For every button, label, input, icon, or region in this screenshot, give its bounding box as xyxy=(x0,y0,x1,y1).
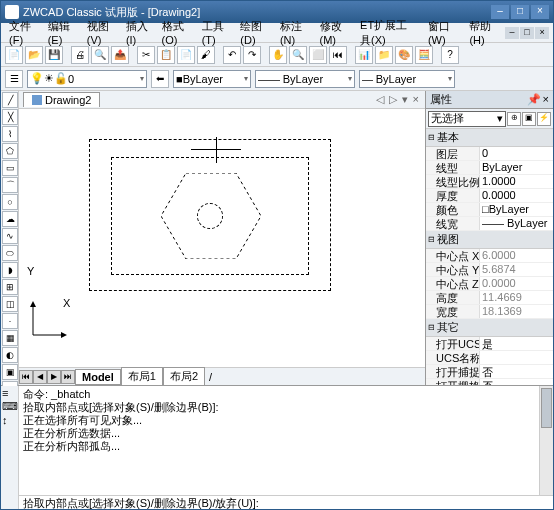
maximize-button[interactable]: □ xyxy=(511,5,529,19)
model-tabs: ⏮ ◀ ▶ ⏭ Model 布局1 布局2 / xyxy=(19,367,425,385)
cmd-icon1[interactable]: ≡ xyxy=(2,387,17,399)
spline-icon[interactable]: ∿ xyxy=(2,228,18,244)
panel-close-icon[interactable]: × xyxy=(543,93,549,106)
menu-et[interactable]: ET扩展工具(X) xyxy=(356,16,422,50)
drawing-icon xyxy=(32,95,42,105)
menu-window[interactable]: 窗口(W) xyxy=(424,17,464,48)
hatch-icon[interactable]: ▦ xyxy=(2,330,18,346)
color-combo[interactable]: ■ByLayer▾ xyxy=(173,70,251,88)
rect-icon[interactable]: ▭ xyxy=(2,160,18,176)
undo-icon[interactable]: ↶ xyxy=(223,46,241,64)
match-icon[interactable]: 🖌 xyxy=(197,46,215,64)
open-icon[interactable]: 📂 xyxy=(25,46,43,64)
tab-next-icon[interactable]: ▷ xyxy=(387,93,399,106)
revcloud-icon[interactable]: ☁ xyxy=(2,211,18,227)
tab-close-icon[interactable]: × xyxy=(411,93,421,106)
publish-icon[interactable]: 📤 xyxy=(111,46,129,64)
gradient-icon[interactable]: ◐ xyxy=(2,347,18,363)
mtab-prev-icon[interactable]: ◀ xyxy=(33,370,47,384)
pan-icon[interactable]: ✋ xyxy=(269,46,287,64)
circle xyxy=(197,203,223,229)
doc-minimize-button[interactable]: – xyxy=(505,27,519,39)
tab-layout1[interactable]: 布局1 xyxy=(121,367,163,386)
select-icon[interactable]: ▣ xyxy=(522,112,536,126)
menu-modify[interactable]: 修改(M) xyxy=(316,17,355,48)
command-scrollbar[interactable] xyxy=(539,386,553,495)
line-icon[interactable]: ╱ xyxy=(2,92,18,108)
tab-layout2[interactable]: 布局2 xyxy=(163,367,205,386)
circle-icon[interactable]: ○ xyxy=(2,194,18,210)
insert-icon[interactable]: ⊞ xyxy=(2,279,18,295)
props-icon[interactable]: 📊 xyxy=(355,46,373,64)
redo-icon[interactable]: ↷ xyxy=(243,46,261,64)
document-tabs: Drawing2 ◁ ▷ ▾ × xyxy=(19,91,425,109)
panel-title: 属性 xyxy=(430,92,452,107)
menu-view[interactable]: 视图(V) xyxy=(83,17,120,48)
zoom-prev-icon[interactable]: ⏮ xyxy=(329,46,347,64)
tab-prev-icon[interactable]: ◁ xyxy=(374,93,386,106)
panel-pin-icon[interactable]: 📌 xyxy=(527,93,541,106)
arc-icon[interactable]: ⌒ xyxy=(2,177,18,193)
layer-mgr-icon[interactable]: ☰ xyxy=(5,70,23,88)
properties-grid[interactable]: ⊟基本 图层0 线型ByLayer 线型比例1.0000 厚度0.0000 颜色… xyxy=(426,129,553,385)
save-icon[interactable]: 💾 xyxy=(45,46,63,64)
mtab-first-icon[interactable]: ⏮ xyxy=(19,370,33,384)
cmd-icon3[interactable]: ↕ xyxy=(2,414,17,426)
dc-icon[interactable]: 📁 xyxy=(375,46,393,64)
new-icon[interactable]: 📄 xyxy=(5,46,23,64)
menu-dim[interactable]: 标注(N) xyxy=(276,17,314,48)
print-icon[interactable]: 🖨 xyxy=(71,46,89,64)
close-button[interactable]: × xyxy=(531,5,549,19)
layer-name: 0 xyxy=(68,73,74,85)
polygon-icon[interactable]: ⬠ xyxy=(2,143,18,159)
menu-format[interactable]: 格式(O) xyxy=(158,17,196,48)
qselect-icon[interactable]: ⚡ xyxy=(537,112,551,126)
svg-marker-3 xyxy=(30,301,36,307)
selection-combo[interactable]: 无选择▾ xyxy=(428,111,506,127)
tab-drawing2[interactable]: Drawing2 xyxy=(23,92,100,107)
svg-marker-4 xyxy=(61,332,67,338)
zoom-win-icon[interactable]: ⬜ xyxy=(309,46,327,64)
tab-list-icon[interactable]: ▾ xyxy=(400,93,410,106)
menu-insert[interactable]: 插入(I) xyxy=(122,17,156,48)
linetype-combo[interactable]: —— ByLayer▾ xyxy=(255,70,355,88)
calc-icon[interactable]: 🧮 xyxy=(415,46,433,64)
command-area: ≡ ⌨ ↕ 命令: _bhatch 拾取内部点或[选择对象(S)/删除边界(B)… xyxy=(1,385,553,510)
lineweight-combo[interactable]: — ByLayer▾ xyxy=(359,70,455,88)
paste-icon[interactable]: 📄 xyxy=(177,46,195,64)
ucs-icon: YX xyxy=(27,301,67,343)
pline-icon[interactable]: ⌇ xyxy=(2,126,18,142)
zoom-rt-icon[interactable]: 🔍 xyxy=(289,46,307,64)
mtab-last-icon[interactable]: ⏭ xyxy=(61,370,75,384)
menu-file[interactable]: 文件(F) xyxy=(5,17,42,48)
copy-icon[interactable]: 📋 xyxy=(157,46,175,64)
mtab-next-icon[interactable]: ▶ xyxy=(47,370,61,384)
command-input[interactable]: 拾取内部点或[选择对象(S)/删除边界(B)/放弃(U)]: xyxy=(19,495,553,510)
layer-combo[interactable]: 💡☀🔓 0 ▾ xyxy=(27,70,147,88)
preview-icon[interactable]: 🔍 xyxy=(91,46,109,64)
ellipsearc-icon[interactable]: ◗ xyxy=(2,262,18,278)
cmd-icon2[interactable]: ⌨ xyxy=(2,400,17,413)
command-history[interactable]: 命令: _bhatch 拾取内部点或[选择对象(S)/删除边界(B)]: 正在选… xyxy=(19,386,539,495)
point-icon[interactable]: · xyxy=(2,313,18,329)
doc-close-button[interactable]: × xyxy=(535,27,549,39)
menu-help[interactable]: 帮助(H) xyxy=(465,17,503,48)
help-icon[interactable]: ? xyxy=(441,46,459,64)
layer-prev-icon[interactable]: ⬅ xyxy=(151,70,169,88)
xline-icon[interactable]: ╳ xyxy=(2,109,18,125)
menu-tools[interactable]: 工具(T) xyxy=(198,17,235,48)
menubar: 文件(F) 编辑(E) 视图(V) 插入(I) 格式(O) 工具(T) 绘图(D… xyxy=(1,23,553,43)
properties-panel: 属性 📌 × 无选择▾ ⊕ ▣ ⚡ ⊟基本 图层0 线型ByLayer 线型比例… xyxy=(425,91,553,385)
draw-toolbar: ╱ ╳ ⌇ ⬠ ▭ ⌒ ○ ☁ ∿ ⬭ ◗ ⊞ ◫ · ▦ ◐ ▣ ⊞ xyxy=(1,91,19,385)
drawing-canvas[interactable]: YX xyxy=(19,109,425,367)
tab-model[interactable]: Model xyxy=(75,369,121,385)
menu-edit[interactable]: 编辑(E) xyxy=(44,17,81,48)
tp-icon[interactable]: 🎨 xyxy=(395,46,413,64)
menu-draw[interactable]: 绘图(D) xyxy=(236,17,274,48)
block-icon[interactable]: ◫ xyxy=(2,296,18,312)
ellipse-icon[interactable]: ⬭ xyxy=(2,245,18,261)
pickadd-icon[interactable]: ⊕ xyxy=(507,112,521,126)
doc-restore-button[interactable]: □ xyxy=(520,27,534,39)
region-icon[interactable]: ▣ xyxy=(2,364,18,380)
cut-icon[interactable]: ✂ xyxy=(137,46,155,64)
